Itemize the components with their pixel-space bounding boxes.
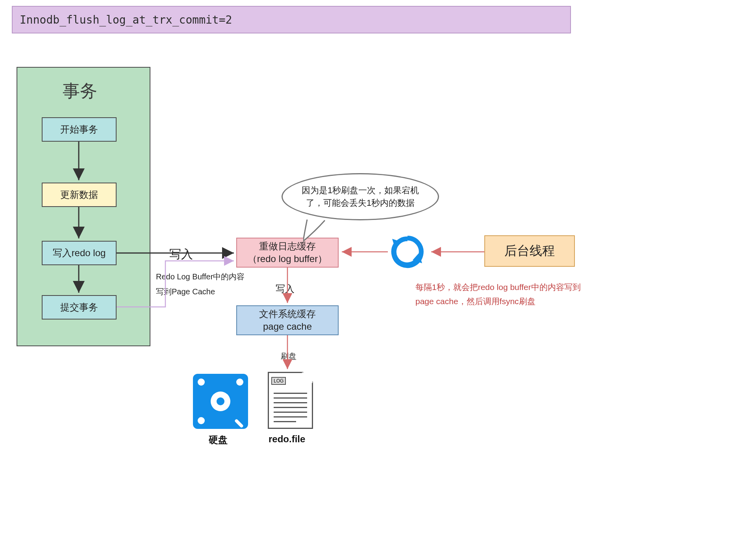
bg-note: 每隔1秒，就会把redo log buffer中的内容写到page cache，… <box>415 280 597 308</box>
title-text: Innodb_flush_log_at_trx_commit=2 <box>20 13 232 26</box>
pagecache-l2: page cache <box>259 320 316 333</box>
box-update-label: 更新数据 <box>60 188 98 201</box>
box-start-tx: 开始事务 <box>42 117 117 142</box>
label-write2: 写入 <box>276 283 295 295</box>
label-commit-note-1: Redo Log Buffer中的内容 <box>156 272 245 282</box>
title-bar: Innodb_flush_log_at_trx_commit=2 <box>12 6 571 33</box>
box-commit: 提交事务 <box>42 295 117 320</box>
box-bg-thread: 后台线程 <box>484 235 575 267</box>
file-tag: LOG <box>271 377 286 385</box>
label-write: 写入 <box>169 246 193 262</box>
box-start-tx-label: 开始事务 <box>60 123 98 136</box>
label-commit-note-2: 写到Page Cache <box>156 286 215 297</box>
cycle-icon <box>390 234 425 270</box>
speech-bubble: 因为是1秒刷盘一次，如果宕机了，可能会丢失1秒内的数据 <box>282 173 439 220</box>
box-write-redo-label: 写入redo log <box>53 247 106 259</box>
disk-caption: 硬盘 <box>209 434 228 446</box>
box-commit-label: 提交事务 <box>60 301 98 314</box>
label-flush: 刷盘 <box>281 351 296 362</box>
log-file-icon: LOG <box>268 372 313 429</box>
speech-text: 因为是1秒刷盘一次，如果宕机了，可能会丢失1秒内的数据 <box>295 184 426 209</box>
redo-buffer-l2: （redo log buffer） <box>248 253 327 265</box>
box-update: 更新数据 <box>42 183 117 207</box>
file-caption: redo.file <box>269 434 305 445</box>
bg-thread-label: 后台线程 <box>504 242 555 259</box>
hard-disk-icon <box>193 374 248 429</box>
box-write-redo: 写入redo log <box>42 241 117 265</box>
pagecache-l1: 文件系统缓存 <box>259 308 316 320</box>
transaction-heading: 事务 <box>63 79 97 103</box>
speech-tail-icon <box>303 216 335 243</box>
box-page-cache: 文件系统缓存 page cache <box>236 305 339 335</box>
